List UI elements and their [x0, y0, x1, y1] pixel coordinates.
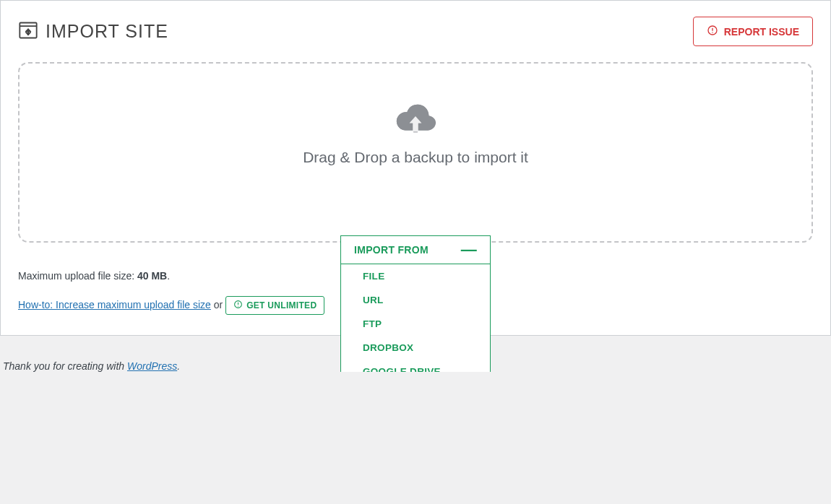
howto-increase-upload-link[interactable]: How-to: Increase maximum upload file siz…: [18, 299, 211, 310]
page-header: IMPORT SITE REPORT ISSUE: [18, 17, 813, 46]
dropzone[interactable]: Drag & Drop a backup to import it: [18, 62, 813, 243]
page-title: IMPORT SITE: [46, 21, 168, 42]
import-site-icon: [18, 20, 38, 43]
report-issue-button[interactable]: REPORT ISSUE: [693, 17, 813, 46]
info-icon: [233, 300, 243, 311]
report-issue-label: REPORT ISSUE: [724, 26, 799, 38]
svg-point-8: [238, 305, 238, 306]
alert-icon: [707, 25, 718, 38]
or-text: or: [214, 299, 225, 310]
import-from-option-file[interactable]: FILE: [341, 264, 490, 288]
collapse-icon: —: [461, 245, 477, 255]
import-from-menu: FILEURLFTPDROPBOXGOOGLE DRIVEAMAZON S3BA…: [340, 264, 491, 372]
dropzone-text: Drag & Drop a backup to import it: [303, 149, 528, 166]
import-from-option-url[interactable]: URL: [341, 288, 490, 312]
import-from-label: IMPORT FROM: [354, 244, 429, 256]
cloud-upload-icon: [393, 101, 438, 139]
get-unlimited-label: GET UNLIMITED: [246, 300, 317, 310]
get-unlimited-button[interactable]: GET UNLIMITED: [225, 296, 324, 315]
import-from-button[interactable]: IMPORT FROM —: [340, 235, 491, 264]
import-from-option-ftp[interactable]: FTP: [341, 312, 490, 336]
import-from-option-dropbox[interactable]: DROPBOX: [341, 336, 490, 360]
wordpress-link[interactable]: WordPress: [127, 360, 177, 372]
svg-point-4: [712, 32, 712, 32]
import-from-option-google-drive[interactable]: GOOGLE DRIVE: [341, 360, 490, 372]
